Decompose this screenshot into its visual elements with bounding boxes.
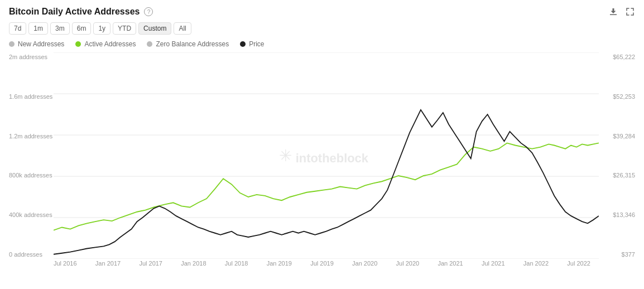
y-left-3: 1.2m addresses xyxy=(9,133,54,139)
legend-label-active: Active Addresses xyxy=(84,40,136,48)
chart-svg: ✳ intotheblock xyxy=(54,52,599,259)
svg-text:intotheblock: intotheblock xyxy=(296,151,369,165)
y-axis-right: $65,222 $52,253 $39,284 $26,315 $13,346 … xyxy=(599,52,635,259)
y-right-2: $26,315 xyxy=(613,172,635,179)
legend-dot-price xyxy=(240,41,246,47)
x-label-1: Jan 2017 xyxy=(95,260,121,267)
y-right-4: $52,253 xyxy=(613,93,635,100)
x-axis: Jul 2016 Jan 2017 Jul 2017 Jan 2018 Jul … xyxy=(9,260,635,267)
x-label-0: Jul 2016 xyxy=(54,260,77,267)
filter-6m[interactable]: 6m xyxy=(72,22,92,35)
header-actions xyxy=(608,7,635,17)
info-icon[interactable]: ? xyxy=(144,7,153,16)
legend-label-new: New Addresses xyxy=(18,40,64,48)
legend-dot-active xyxy=(75,41,81,47)
filter-1y[interactable]: 1y xyxy=(93,22,110,35)
legend-price: Price xyxy=(240,40,264,48)
watermark: ✳ intotheblock xyxy=(279,147,369,166)
legend-label-zero: Zero Balance Addresses xyxy=(156,40,229,48)
filter-7d[interactable]: 7d xyxy=(9,22,26,35)
filter-custom[interactable]: Custom xyxy=(138,22,171,35)
svg-text:✳: ✳ xyxy=(279,147,292,165)
main-container: Bitcoin Daily Active Addresses ? 7d 1m 3… xyxy=(0,0,644,289)
legend-dot-new xyxy=(9,41,15,47)
x-label-11: Jan 2022 xyxy=(523,260,549,267)
filter-1m[interactable]: 1m xyxy=(28,22,48,35)
y-axis-left: 2m addresses 1.6m addresses 1.2m address… xyxy=(9,52,54,259)
x-label-3: Jan 2018 xyxy=(181,260,206,267)
legend: New Addresses Active Addresses Zero Bala… xyxy=(9,40,635,48)
x-label-7: Jan 2020 xyxy=(352,260,377,267)
y-left-5: 2m addresses xyxy=(9,54,54,60)
y-right-3: $39,284 xyxy=(613,133,635,139)
legend-label-price: Price xyxy=(249,40,264,48)
x-label-9: Jan 2021 xyxy=(438,260,463,267)
x-label-6: Jul 2019 xyxy=(310,260,334,267)
download-icon[interactable] xyxy=(608,7,618,17)
filter-3m[interactable]: 3m xyxy=(50,22,70,35)
y-right-0: $377 xyxy=(622,251,635,258)
x-label-4: Jul 2018 xyxy=(225,260,248,267)
title-area: Bitcoin Daily Active Addresses ? xyxy=(9,7,153,17)
legend-active-addresses: Active Addresses xyxy=(75,40,136,48)
y-left-2: 800k addresses xyxy=(9,172,54,179)
header: Bitcoin Daily Active Addresses ? xyxy=(9,7,635,17)
filter-ytd[interactable]: YTD xyxy=(113,22,136,35)
x-label-2: Jul 2017 xyxy=(139,260,162,267)
filter-all[interactable]: All xyxy=(174,22,191,35)
x-label-8: Jul 2020 xyxy=(396,260,420,267)
y-right-1: $13,346 xyxy=(613,211,635,218)
legend-dot-zero xyxy=(147,41,152,47)
legend-new-addresses: New Addresses xyxy=(9,40,64,48)
chart-area: 2m addresses 1.6m addresses 1.2m address… xyxy=(9,52,635,259)
legend-zero-balance: Zero Balance Addresses xyxy=(147,40,229,48)
x-label-10: Jul 2021 xyxy=(482,260,505,267)
x-label-5: Jan 2019 xyxy=(267,260,292,267)
expand-icon[interactable] xyxy=(625,7,635,17)
x-label-12: Jul 2022 xyxy=(567,260,590,267)
price-line xyxy=(54,110,599,254)
time-filters: 7d 1m 3m 6m 1y YTD Custom All xyxy=(9,22,635,35)
y-left-0: 0 addresses xyxy=(9,251,54,258)
y-left-4: 1.6m addresses xyxy=(9,93,54,100)
page-title: Bitcoin Daily Active Addresses xyxy=(9,7,140,17)
y-right-5: $65,222 xyxy=(613,54,635,60)
y-left-1: 400k addresses xyxy=(9,211,54,218)
